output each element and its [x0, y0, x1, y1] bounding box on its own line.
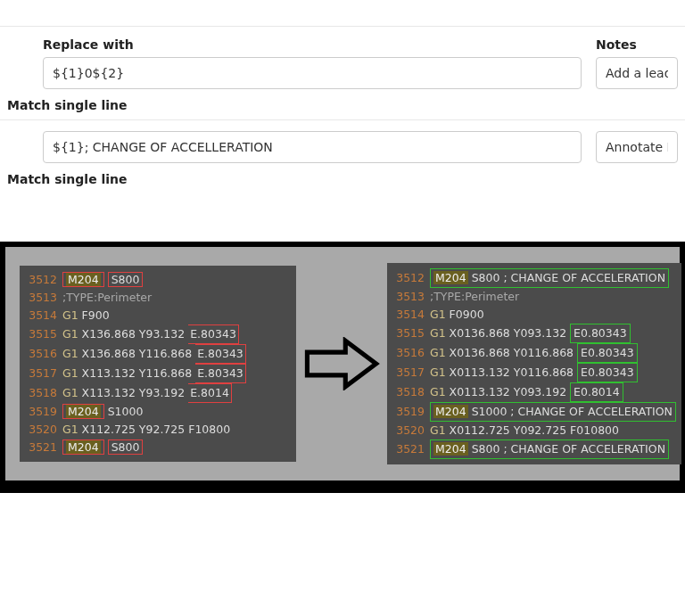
code-after: 3512M204 S800 ; CHANGE OF ACCELERATION35… — [387, 263, 681, 464]
code-before: 3512M204 S8003513;TYPE:Perimeter3514G1 F… — [20, 266, 296, 462]
form-area: Replace with Match single line Notes Mat… — [0, 0, 685, 233]
arrow-icon — [303, 337, 380, 390]
match-hint-1: Match single line — [7, 98, 582, 112]
before-after-preview: 3512M204 S8003513;TYPE:Perimeter3514G1 F… — [0, 242, 685, 493]
replace-label: Replace with — [43, 37, 582, 52]
rule-row-2: Match single line — [0, 120, 685, 193]
rule-row-1: Replace with Match single line Notes — [0, 27, 685, 120]
notes-input-2[interactable] — [596, 131, 678, 163]
notes-input-1[interactable] — [596, 57, 678, 89]
notes-label: Notes — [596, 37, 678, 52]
replace-input-1[interactable] — [43, 57, 582, 89]
match-hint-2: Match single line — [7, 172, 582, 186]
replace-input-2[interactable] — [43, 131, 582, 163]
